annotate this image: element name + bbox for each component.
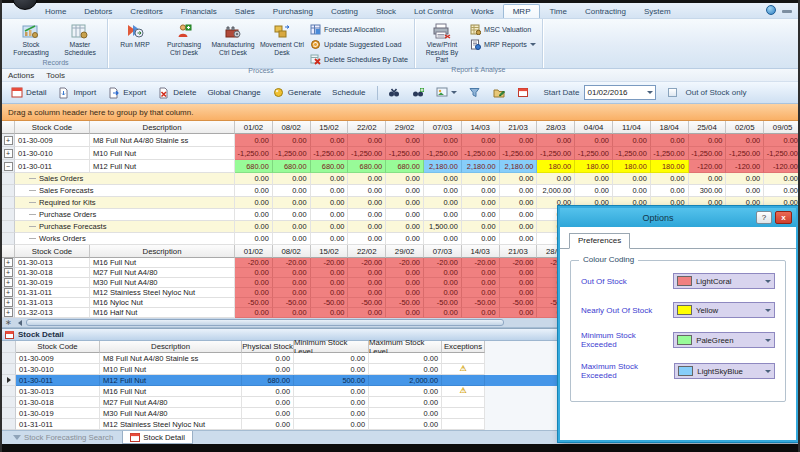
cell-forecast-value[interactable]: -50.00 [273, 298, 311, 308]
table-row[interactable]: −01-30-011M12 Full Nut680.00680.00680.00… [2, 160, 800, 173]
column-header-date[interactable]: 11/04 [613, 121, 651, 134]
ribbon-tab-lot-control[interactable]: Lot Control [405, 5, 462, 18]
cell-maximum-stock-level[interactable]: 2,000.00 [369, 375, 442, 386]
ribbon-button-movement-ctrl-desk[interactable]: Movement Ctrl Desk [258, 21, 306, 57]
cell-forecast-value[interactable]: 0.00 [235, 268, 273, 278]
cell-forecast-value[interactable]: -1,250.00 [726, 147, 764, 160]
column-header-date[interactable]: 29/02 [386, 121, 424, 134]
toolbar-binoculars-icon[interactable] [384, 84, 406, 101]
cell-subrow-value[interactable]: 0.00 [424, 185, 462, 197]
cell-subrow-value[interactable]: 0.00 [575, 185, 613, 197]
cell-forecast-value[interactable]: 0.00 [689, 134, 727, 147]
cell-subrow-value[interactable]: 0.00 [726, 173, 764, 185]
cell-forecast-value[interactable]: 0.00 [500, 134, 538, 147]
cell-stock-code[interactable]: 01-31-011 [15, 288, 90, 298]
colour-select-yellow[interactable]: Yellow [673, 302, 775, 318]
cell-exceptions[interactable] [442, 353, 485, 364]
column-header-date[interactable]: 07/03 [424, 121, 462, 134]
tab-preferences[interactable]: Preferences [569, 233, 630, 249]
cell-subrow-value[interactable]: 0.00 [348, 173, 386, 185]
ribbon-tab-contracting[interactable]: Contracting [576, 5, 635, 18]
cell-stock-code[interactable]: 01-30-010 [16, 364, 100, 375]
forecast-subrow[interactable]: Sales Orders0.000.000.000.000.000.000.00… [2, 173, 800, 185]
cell-subrow-value[interactable]: 0.00 [386, 197, 424, 209]
cell-physical-stock[interactable]: 0.00 [242, 353, 294, 364]
cell-forecast-value[interactable]: 0.00 [386, 134, 424, 147]
cell-forecast-value[interactable]: 2,180.00 [462, 160, 500, 173]
cell-stock-code[interactable]: 01-32-013 [15, 308, 90, 318]
cell-forecast-value[interactable]: -50.00 [462, 298, 500, 308]
colour-select-lightcoral[interactable]: LightCoral [673, 273, 775, 289]
ribbon-tab-costing[interactable]: Costing [322, 5, 367, 18]
cell-forecast-value[interactable]: 0.00 [348, 308, 386, 318]
cell-forecast-value[interactable]: -1,250.00 [348, 147, 386, 160]
ribbon-button-update-suggested-load[interactable]: Update Suggested Load [307, 38, 411, 51]
ribbon-tab-mrp[interactable]: MRP [503, 4, 541, 18]
bottom-tab-stock-forecasting-search[interactable]: Stock Forecasting Search [6, 431, 120, 444]
cell-subrow-value[interactable]: 0.00 [311, 233, 349, 245]
column-header-date[interactable]: 09/05 [764, 121, 800, 134]
cell-forecast-value[interactable]: 0.00 [235, 278, 273, 288]
cell-subrow-value[interactable]: 0.00 [462, 221, 500, 233]
colour-select-palegreen[interactable]: PaleGreen [673, 332, 775, 348]
cell-forecast-value[interactable]: 0.00 [500, 268, 538, 278]
cell-description[interactable]: M30 Full Nut A4/80 [100, 408, 242, 419]
cell-description[interactable]: M8 Full Nut A4/80 Stainle ss [100, 353, 242, 364]
cell-minimum-stock-level[interactable]: 0.00 [294, 364, 369, 375]
expand-icon[interactable]: + [4, 136, 13, 145]
cell-forecast-value[interactable]: 0.00 [311, 134, 349, 147]
cell-physical-stock[interactable]: 0.00 [242, 408, 294, 419]
cell-forecast-value[interactable]: 0.00 [235, 308, 273, 318]
cell-minimum-stock-level[interactable]: 0.00 [294, 386, 369, 397]
ribbon-button-manufacturing-ctrl-desk[interactable]: Manufacturing Ctrl Desk [209, 21, 257, 57]
column-header-date[interactable]: 07/03 [424, 245, 462, 258]
cell-forecast-value[interactable]: 0.00 [424, 278, 462, 288]
column-header-date[interactable]: 08/02 [273, 121, 311, 134]
cell-subrow-value[interactable]: 0.00 [348, 221, 386, 233]
cell-stock-code[interactable]: 01-31-013 [15, 298, 90, 308]
cell-forecast-value[interactable]: 0.00 [348, 134, 386, 147]
ribbon-tab-works[interactable]: Works [462, 5, 503, 18]
collapse-icon[interactable]: − [4, 162, 13, 171]
cell-forecast-value[interactable]: 0.00 [462, 288, 500, 298]
column-header-date[interactable]: 08/02 [273, 245, 311, 258]
options-dialog-titlebar[interactable]: Options ? x [560, 208, 796, 227]
cell-subrow-value[interactable]: 0.00 [348, 197, 386, 209]
column-header-stock-code[interactable]: Stock Code [16, 341, 100, 353]
ribbon-tab-home[interactable]: Home [36, 5, 75, 18]
cell-subrow-value[interactable]: 0.00 [651, 173, 689, 185]
cell-maximum-stock-level[interactable]: 0.00 [369, 353, 442, 364]
cell-subrow-value[interactable]: 0.00 [386, 173, 424, 185]
cell-maximum-stock-level[interactable]: 0.00 [369, 397, 442, 408]
cell-forecast-value[interactable]: 0.00 [348, 268, 386, 278]
toolbar-button-generate[interactable]: Generate [269, 84, 327, 101]
cell-minimum-stock-level[interactable]: 500.00 [294, 375, 369, 386]
cell-subrow-value[interactable]: 0.00 [462, 233, 500, 245]
cell-physical-stock[interactable]: 0.00 [242, 419, 294, 430]
cell-subrow-value[interactable]: 0.00 [500, 233, 538, 245]
cell-forecast-value[interactable]: 0.00 [462, 278, 500, 288]
cell-forecast-value[interactable]: -20.00 [348, 258, 386, 268]
cell-forecast-value[interactable]: -1,250.00 [764, 147, 800, 160]
column-header-date[interactable]: 21/03 [500, 121, 538, 134]
cell-subrow-value[interactable]: 0.00 [348, 233, 386, 245]
cell-subrow-value[interactable]: 0.00 [273, 173, 311, 185]
ribbon-tab-sales[interactable]: Sales [226, 5, 264, 18]
ribbon-tab-stock[interactable]: Stock [367, 5, 405, 18]
cell-forecast-value[interactable]: 0.00 [311, 278, 349, 288]
forecast-subrow[interactable]: Sales Forecasts0.000.000.000.000.000.000… [2, 185, 800, 197]
cell-physical-stock[interactable]: 0.00 [242, 364, 294, 375]
cell-subrow-value[interactable]: 0.00 [311, 197, 349, 209]
cell-forecast-value[interactable]: -20.00 [311, 258, 349, 268]
column-header-date[interactable]: 04/04 [575, 121, 613, 134]
cell-subrow-value[interactable]: 0.00 [311, 209, 349, 221]
cell-subrow-value[interactable]: 0.00 [424, 233, 462, 245]
ribbon-button-msc-valuation[interactable]: MSC Valuation [467, 23, 539, 36]
cell-forecast-value[interactable]: 680.00 [386, 160, 424, 173]
cell-forecast-value[interactable]: 0.00 [462, 308, 500, 318]
cell-exceptions[interactable] [442, 375, 485, 386]
cell-forecast-value[interactable]: 0.00 [273, 268, 311, 278]
column-header-description[interactable]: Description [90, 245, 235, 258]
column-header-date[interactable]: 29/02 [386, 245, 424, 258]
cell-forecast-value[interactable]: 0.00 [500, 278, 538, 288]
